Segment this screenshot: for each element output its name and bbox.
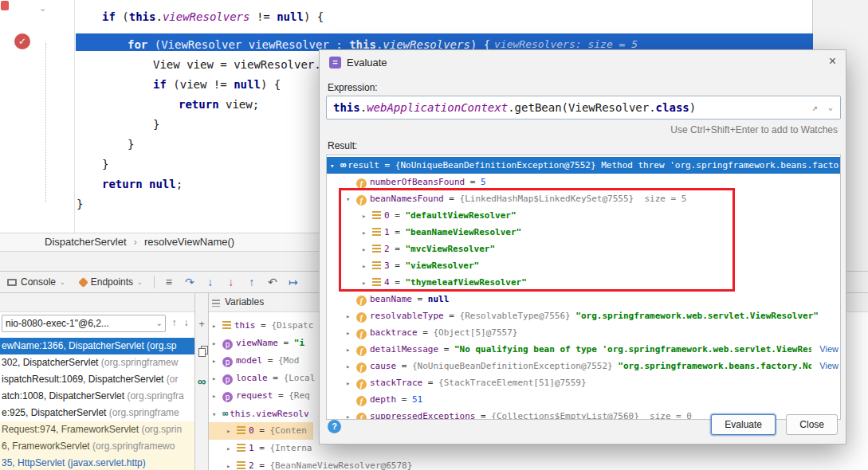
frame-row[interactable]: ispatchResult:1069, DispatcherServlet (o… [0,371,194,388]
tree-chevron-icon[interactable]: ▸ [226,422,237,440]
result-tree-row[interactable]: ▸3 = "viewResolver" [327,257,840,274]
expand-editor-icon[interactable]: ↗ [812,96,818,119]
variable-name: this.viewResolv [230,409,308,419]
array-element-icon [372,245,381,253]
result-tree-row[interactable]: ▸fbacktrace = {Object[5]@7557} [327,324,840,341]
chevron-down-icon: ⌄ [156,315,163,331]
result-tree-row[interactable]: ▸fstackTrace = {StackTraceElement[51]@75… [327,374,840,391]
variable-row[interactable]: ▸pmodel = {Mod [209,352,306,370]
drop-frame-icon[interactable]: ↶ [262,276,283,288]
frames-panel[interactable]: nio-8080-exec-1"@6,2... ⌄ ↑↓ ewName:1366… [0,312,194,470]
tree-chevron-icon[interactable]: ▸ [226,457,237,470]
result-tree-row[interactable]: ▸fdetailMessage = "No qualifying bean of… [327,341,840,358]
tree-chevron-icon[interactable]: ▸ [362,241,372,257]
frame-package: (org.sp [147,340,176,351]
result-tree-row[interactable]: ▸0 = "defaultViewResolver" [327,207,840,224]
frame-row[interactable]: e:925, DispatcherServlet (org.springfram… [0,405,194,421]
evaluate-expression-icon[interactable]: ∞ [198,376,206,386]
frame-package: (org.springframewo [92,441,175,452]
copy-icon[interactable] [198,348,206,357]
expression-text: this.webApplicationContext.getBean(ViewR… [333,101,696,114]
frame-row[interactable]: atch:1008, DispatcherServlet (org.spring… [0,388,194,405]
evaluate-button[interactable]: Evaluate [711,414,776,435]
frame-row[interactable]: 35, HttpServlet (javax.servlet.http) [0,455,194,470]
parameter-icon: p [222,392,233,402]
tree-chevron-icon[interactable]: ▾ [330,158,340,174]
variable-name: backtrace [370,327,418,338]
history-dropdown-icon[interactable]: ⌄ [828,96,833,119]
step-into-icon[interactable]: ↓ [200,276,221,288]
tree-chevron-icon[interactable]: ▾ [346,191,356,207]
tree-chevron-icon[interactable]: ▸ [346,358,356,374]
frame-row[interactable]: Request:974, FrameworkServlet (org.sprin [0,421,194,438]
tree-chevron-icon[interactable]: ▸ [226,440,237,457]
run-to-cursor-icon[interactable]: ↦ [283,276,304,288]
layout-settings-icon[interactable]: ≡ [159,276,179,288]
tree-chevron-icon[interactable]: ▸ [212,317,222,335]
variable-row[interactable]: ▸1 = {Interna [209,440,318,457]
step-out-icon[interactable]: ↑ [242,276,262,288]
variable-row[interactable]: ▾∞this.viewResolv [209,405,316,422]
result-tree[interactable]: ▾∞result = {NoUniqueBeanDefinitionExcept… [326,155,841,420]
text-token: class [656,101,689,114]
tree-chevron-icon[interactable]: ▸ [346,308,356,324]
tree-chevron-icon[interactable]: ▸ [362,258,372,274]
previous-frame-icon[interactable]: ↑ [168,317,180,328]
text-token: View view = viewResolver. [153,58,321,71]
tree-chevron-icon[interactable]: ▾ [212,405,222,423]
result-tree-row[interactable]: ▾fbeanNamesFound = {LinkedHashMap$Linked… [327,190,840,207]
result-tree-row[interactable]: fbeanName = null [327,291,840,307]
tree-chevron-icon[interactable]: ▸ [362,208,372,224]
variable-row[interactable]: ▸pviewName = "i [209,335,311,352]
variable-row[interactable]: ▸2 = {BeanNameViewResolver@6578} [209,457,418,470]
tree-chevron-icon[interactable]: ▸ [212,370,222,387]
force-step-into-icon[interactable]: ↓ [221,276,242,288]
tree-chevron-icon[interactable]: ▸ [346,342,356,358]
variable-row[interactable]: ▸plocale = {Local [209,370,321,387]
text-token: {Mod [278,355,300,366]
result-tree-row[interactable]: fdepth = 51 [327,391,840,408]
variable-name: numberOfBeansFound [370,177,465,187]
breadcrumb-class[interactable]: DispatcherServlet [45,236,127,248]
tree-chevron-icon[interactable]: ▸ [362,275,372,291]
view-link[interactable]: View [811,358,839,374]
result-tree-row[interactable]: ▸fresolvableType = {ResolvableType@7556}… [327,307,840,324]
tab-endpoints[interactable]: Endpoints ⌄ [73,272,150,292]
text-token: = [390,210,406,221]
frame-row[interactable]: ewName:1366, DispatcherServlet (org.sp [0,338,194,354]
tree-chevron-icon[interactable]: ▸ [212,335,222,352]
frame-row[interactable]: 6, FrameworkServlet (org.springframewo [0,438,194,455]
dialog-titlebar[interactable]: = Evaluate × [320,50,846,74]
tree-chevron-icon[interactable]: ▸ [346,325,356,341]
frame-row[interactable]: 302, DispatcherServlet (org.springframew [0,354,194,371]
result-tree-row[interactable]: ▸1 = "beanNameViewResolver" [327,224,840,241]
result-tree-row[interactable]: fnumberOfBeansFound = 5 [327,174,840,190]
thread-selector[interactable]: nio-8080-exec-1"@6,2... ⌄ [2,315,166,332]
close-button[interactable]: Close [786,414,838,435]
variable-row[interactable]: ▸this = {Dispatc [209,317,320,335]
view-link[interactable]: View [811,341,839,358]
step-over-icon[interactable]: ↷ [179,276,200,288]
tree-chevron-icon[interactable]: ▸ [346,375,356,391]
result-tree-row[interactable]: ▸2 = "mvcViewResolver" [327,241,840,257]
variable-row[interactable]: ▸prequest = {Req [209,387,316,405]
tree-chevron-icon[interactable]: ▸ [346,409,356,420]
expression-input[interactable]: this.webApplicationContext.getBean(ViewR… [326,96,841,119]
tree-chevron-icon[interactable]: ▸ [362,225,372,241]
close-icon[interactable]: × [829,54,836,69]
result-tree-row[interactable]: ▸fcause = {NoUniqueBeanDefinitionExcepti… [327,358,840,374]
add-watch-icon[interactable]: + [198,319,205,329]
breadcrumb-method[interactable]: resolveViewName() [144,236,234,248]
result-tree-row[interactable]: ▸4 = "thymeleafViewResolver" [327,274,840,291]
field-icon: f [356,329,367,339]
help-icon[interactable]: ? [328,420,341,433]
variable-name: stackTrace [370,378,422,388]
variable-row[interactable]: ▸0 = {Conten [209,422,313,440]
result-tree-row[interactable]: ▾∞result = {NoUniqueBeanDefinitionExcept… [327,157,840,174]
tree-chevron-icon[interactable]: ▸ [212,387,222,405]
text-token: "thymeleafViewResolver" [406,277,527,288]
next-frame-icon[interactable]: ↓ [180,317,192,328]
tab-console[interactable]: Console ⌄ [0,272,73,292]
final-field-icon: f [356,362,367,373]
tree-chevron-icon[interactable]: ▸ [212,352,222,370]
